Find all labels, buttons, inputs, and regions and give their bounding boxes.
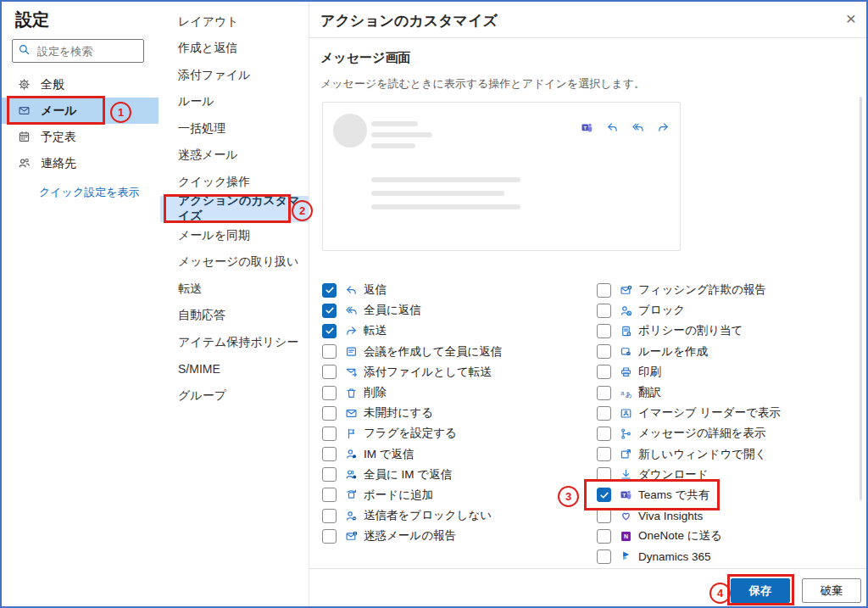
sidebar-item-mail[interactable]: メール — [2, 98, 159, 124]
subnav-item-label: S/MIME — [178, 362, 220, 376]
action-row-block[interactable]: ブロック — [597, 300, 860, 321]
placeholder-line — [371, 143, 415, 148]
subnav-item-auto-replies[interactable]: 自動応答 — [160, 303, 309, 330]
checkbox[interactable] — [597, 304, 611, 318]
action-row-download[interactable]: ダウンロード — [597, 465, 860, 485]
checkbox[interactable] — [597, 283, 611, 298]
subnav-item-layout[interactable]: レイアウト — [160, 8, 309, 36]
action-row-immersive-reader[interactable]: イマーシブ リーダーで表示 — [597, 403, 860, 423]
checkbox[interactable] — [322, 447, 337, 461]
action-row-forward[interactable]: 転送 — [322, 321, 585, 341]
subnav-item-label: 添付ファイル — [178, 68, 250, 83]
subnav-item-label: 自動応答 — [178, 308, 225, 323]
checkbox[interactable] — [597, 324, 611, 338]
action-row-open-new-window[interactable]: 新しいウィンドウで開く — [597, 444, 860, 465]
action-row-phishing-report[interactable]: フィッシング詐欺の報告 — [597, 280, 860, 300]
action-row-create-rule[interactable]: ルールを作成 — [597, 342, 860, 362]
checkbox[interactable] — [322, 509, 337, 523]
subnav-item-rules[interactable]: ルール — [160, 89, 309, 116]
checkbox[interactable] — [322, 304, 337, 318]
action-row-reply-all[interactable]: 全員に返信 — [322, 300, 585, 321]
checkbox[interactable] — [322, 406, 337, 421]
discard-button[interactable]: 破棄 — [802, 578, 861, 603]
subnav-item-sweep[interactable]: 一括処理 — [160, 115, 309, 142]
checkbox[interactable] — [322, 324, 337, 338]
sidebar-item-calendar[interactable]: 予定表 — [2, 124, 159, 150]
checkbox[interactable] — [597, 529, 611, 544]
action-row-meeting-reply[interactable]: 会議を作成して全員に返信 — [322, 342, 585, 362]
action-row-im-reply-all[interactable]: 全員に IM で返信 — [322, 465, 585, 485]
search-input[interactable] — [36, 44, 132, 59]
checkbox[interactable] — [322, 365, 337, 379]
subnav-item-junk-mail[interactable]: 迷惑メール — [160, 142, 309, 170]
checkbox[interactable] — [597, 488, 611, 502]
action-label: Dynamics 365 — [638, 550, 711, 563]
checkbox[interactable] — [597, 386, 611, 400]
subnav-item-sync-mail[interactable]: メールを同期 — [160, 222, 309, 249]
checkbox[interactable] — [597, 427, 611, 441]
im-reply-all-icon — [344, 468, 358, 482]
checkbox[interactable] — [597, 344, 611, 359]
subnav-item-forwarding[interactable]: 転送 — [160, 276, 309, 303]
action-row-mail-unread[interactable]: 未開封にする — [322, 403, 585, 423]
action-row-flag[interactable]: フラグを設定する — [322, 423, 585, 443]
subnav-item-quick-steps[interactable]: クイック操作 — [160, 169, 309, 196]
checkbox[interactable] — [597, 447, 611, 461]
actions-column-right: フィッシング詐欺の報告ブロックポリシーの割り当てルールを作成印刷aあ翻訳イマーシ… — [597, 280, 860, 567]
checkbox[interactable] — [322, 344, 337, 359]
reply-icon — [344, 283, 358, 297]
checkbox[interactable] — [322, 386, 337, 400]
action-row-print[interactable]: 印刷 — [597, 362, 860, 382]
placeholder-line — [371, 121, 418, 126]
action-row-dynamics[interactable]: Dynamics 365 — [597, 546, 860, 566]
reply-all-icon — [631, 120, 645, 135]
checkbox[interactable] — [597, 549, 611, 564]
action-row-forward-attachment[interactable]: 添付ファイルとして転送 — [322, 362, 585, 382]
checkbox[interactable] — [597, 365, 611, 379]
close-icon[interactable]: × — [841, 8, 861, 29]
action-row-reply[interactable]: 返信 — [322, 280, 585, 300]
subnav-item-label: レイアウト — [178, 14, 239, 30]
checkbox[interactable] — [597, 406, 611, 421]
subnav-item-message-handling[interactable]: メッセージの取り扱い — [160, 249, 309, 276]
action-label: 翻訳 — [638, 385, 661, 400]
action-row-translate[interactable]: aあ翻訳 — [597, 382, 860, 403]
search-box[interactable] — [12, 39, 144, 63]
sidebar-item-general[interactable]: 全般 — [2, 71, 159, 98]
checkbox[interactable] — [597, 467, 611, 482]
subnav-item-label: メッセージの取り扱い — [178, 254, 298, 270]
quick-settings-link[interactable]: クイック設定を表示 — [39, 185, 140, 200]
sidebar-item-contacts[interactable]: 連絡先 — [2, 150, 159, 176]
checkbox[interactable] — [597, 509, 611, 523]
action-label: ポリシーの割り当て — [638, 323, 743, 338]
action-row-message-details[interactable]: メッセージの詳細を表示 — [597, 423, 860, 443]
subnav-item-groups[interactable]: グループ — [160, 382, 309, 410]
checkbox[interactable] — [322, 427, 337, 441]
subnav-item-retention-policy[interactable]: アイテム保持ポリシー — [160, 329, 309, 356]
action-row-board-add[interactable]: ボードに追加 — [322, 485, 585, 505]
action-row-viva-insights[interactable]: Viva Insights — [597, 505, 860, 526]
action-row-junk-report[interactable]: 迷惑メールの報告 — [322, 526, 585, 546]
action-row-im-reply[interactable]: IM で返信 — [322, 444, 585, 465]
checkbox[interactable] — [322, 488, 337, 502]
scrollbar[interactable] — [860, 97, 862, 500]
action-label: OneNote に送る — [638, 528, 722, 544]
sidebar-item-label: メール — [41, 103, 77, 119]
action-row-sender-allow[interactable]: 送信者をブロックしない — [322, 505, 585, 526]
action-row-teams[interactable]: TTeams で共有 — [597, 485, 860, 505]
subnav-item-smime[interactable]: S/MIME — [160, 356, 309, 383]
checkbox[interactable] — [322, 283, 337, 298]
checkbox[interactable] — [322, 467, 337, 482]
actions-column-left: 返信全員に返信転送会議を作成して全員に返信添付ファイルとして転送削除未開封にする… — [322, 280, 585, 546]
action-row-policy-assign[interactable]: ポリシーの割り当て — [597, 321, 860, 341]
action-label: Teams で共有 — [638, 488, 709, 503]
action-label: 転送 — [364, 323, 387, 338]
checkbox[interactable] — [322, 529, 337, 544]
subnav-item-customize-actions[interactable]: アクションのカスタマイズ — [160, 196, 309, 223]
save-button[interactable]: 保存 — [731, 578, 790, 603]
subnav-item-attachments[interactable]: 添付ファイル — [160, 62, 309, 89]
dynamics-icon — [619, 550, 632, 564]
action-row-onenote[interactable]: NOneNote に送る — [597, 526, 860, 546]
subnav-item-compose-reply[interactable]: 作成と返信 — [160, 36, 309, 63]
action-row-trash[interactable]: 削除 — [322, 382, 585, 403]
